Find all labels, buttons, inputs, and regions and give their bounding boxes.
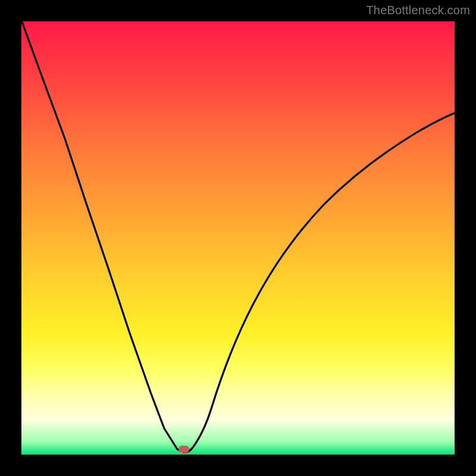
chart-frame: TheBottleneck.com — [0, 0, 476, 476]
plot-area — [21, 21, 455, 455]
curve-right-branch — [184, 113, 455, 452]
bottleneck-curve — [21, 21, 455, 455]
watermark-text: TheBottleneck.com — [366, 4, 470, 17]
curve-left-branch — [21, 20, 184, 452]
minimum-marker — [178, 446, 189, 453]
